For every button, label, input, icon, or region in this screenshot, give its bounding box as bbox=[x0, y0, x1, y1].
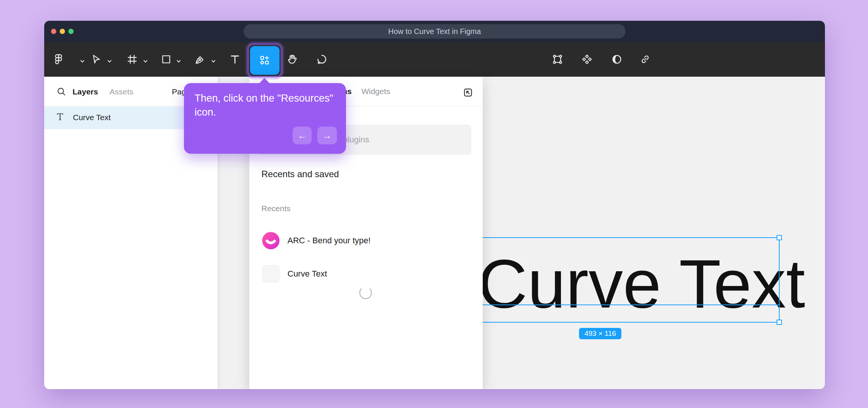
tooltip-caret bbox=[259, 78, 270, 83]
desktop-background: Curve Text 493 × 116 How to Curve Text i… bbox=[0, 0, 868, 408]
figma-menu-chevron-icon[interactable] bbox=[80, 58, 85, 61]
tutorial-highlight-ring bbox=[247, 43, 283, 78]
selection-top-edge bbox=[437, 237, 780, 238]
figma-menu-icon[interactable] bbox=[53, 54, 64, 65]
share-link-icon[interactable] bbox=[639, 54, 651, 65]
tutorial-tooltip: Then, click on the "Resources" icon. ← → bbox=[184, 83, 346, 154]
main-toolbar bbox=[44, 42, 825, 77]
section-title: Recents and saved bbox=[261, 169, 339, 179]
shape-tool-icon[interactable] bbox=[161, 54, 172, 65]
comment-tool-icon[interactable] bbox=[316, 54, 327, 65]
text-tool-icon[interactable] bbox=[229, 54, 241, 65]
search-icon[interactable] bbox=[56, 87, 66, 97]
selection-bottom-edge bbox=[437, 322, 780, 323]
move-tool-chevron-icon[interactable] bbox=[107, 58, 112, 61]
hand-tool-icon[interactable] bbox=[287, 54, 298, 65]
mask-icon[interactable] bbox=[611, 54, 622, 65]
pen-tool-chevron-icon[interactable] bbox=[211, 58, 216, 61]
loading-spinner bbox=[359, 286, 372, 299]
selection-handle-top-right[interactable] bbox=[777, 235, 782, 240]
frame-tool-chevron-icon[interactable] bbox=[143, 58, 148, 61]
layer-name: Curve Text bbox=[73, 113, 111, 122]
tab-layers[interactable]: Layers bbox=[73, 87, 98, 96]
zoom-window-button[interactable] bbox=[68, 29, 74, 34]
tooltip-text: Then, click on the "Resources" icon. bbox=[195, 91, 337, 119]
selection-baseline bbox=[437, 304, 780, 305]
minimize-window-button[interactable] bbox=[60, 29, 65, 34]
blank-plugin-icon[interactable] bbox=[262, 265, 280, 283]
text-layer-icon: T bbox=[57, 112, 63, 122]
tooltip-back-button[interactable]: ← bbox=[293, 127, 312, 144]
selection-right-edge bbox=[779, 237, 780, 323]
shape-tool-chevron-icon[interactable] bbox=[176, 58, 181, 61]
tab-widgets[interactable]: Widgets bbox=[361, 87, 390, 96]
popout-icon[interactable] bbox=[463, 87, 473, 98]
move-tool-icon[interactable] bbox=[91, 54, 102, 65]
arc-smile-icon[interactable] bbox=[262, 232, 280, 249]
canvas-text-object[interactable]: Curve Text bbox=[478, 249, 805, 318]
frame-tool-icon[interactable] bbox=[127, 54, 138, 65]
window-title: How to Curve Text in Figma bbox=[388, 27, 481, 36]
plugin-item-curve-text[interactable]: Curve Text bbox=[287, 269, 327, 279]
tab-assets[interactable]: Assets bbox=[110, 87, 133, 96]
subsection-title: Recents bbox=[261, 204, 290, 213]
figma-window: Curve Text 493 × 116 How to Curve Text i… bbox=[44, 21, 825, 389]
title-bar: How to Curve Text in Figma bbox=[44, 21, 825, 42]
component-icon[interactable] bbox=[581, 54, 593, 65]
pen-tool-icon[interactable] bbox=[195, 54, 206, 65]
plugin-item-arc[interactable]: ARC - Bend your type! bbox=[287, 236, 371, 246]
close-window-button[interactable] bbox=[51, 29, 56, 34]
edit-object-icon[interactable] bbox=[552, 54, 563, 65]
window-title-pill: How to Curve Text in Figma bbox=[244, 24, 626, 39]
dimension-badge: 493 × 116 bbox=[579, 328, 621, 339]
tooltip-next-button[interactable]: → bbox=[317, 127, 337, 144]
selection-handle-bottom-right[interactable] bbox=[777, 320, 782, 325]
